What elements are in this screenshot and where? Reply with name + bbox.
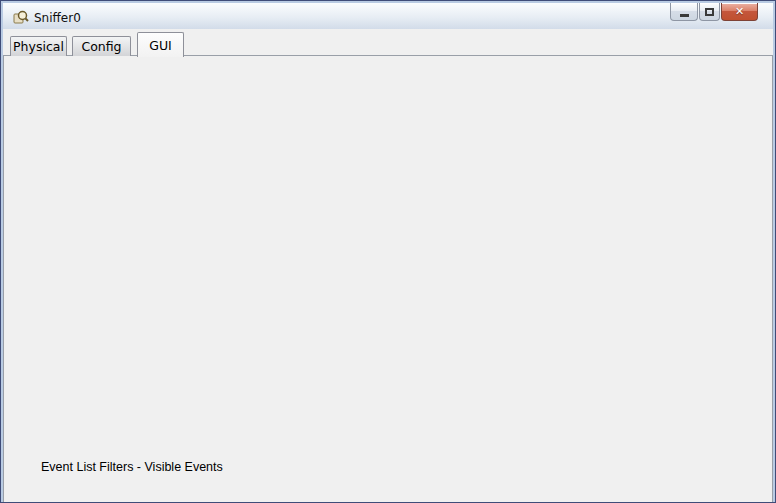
title-bar[interactable]: Sniffer0 xyxy=(3,3,773,29)
tab-gui[interactable]: GUI xyxy=(137,32,184,57)
minimize-icon xyxy=(680,14,689,17)
tab-physical-label: Physical xyxy=(13,39,64,54)
sniffer-window: Sniffer0 ✕ Physical Config GUI Service O… xyxy=(0,0,776,503)
window-title: Sniffer0 xyxy=(34,11,81,25)
close-icon: ✕ xyxy=(735,5,744,18)
tab-config[interactable]: Config xyxy=(72,36,131,56)
tab-physical[interactable]: Physical xyxy=(10,36,67,56)
tab-gui-label: GUI xyxy=(149,38,172,53)
maximize-button[interactable] xyxy=(699,3,720,21)
maximize-icon xyxy=(705,8,714,16)
close-button[interactable]: ✕ xyxy=(721,3,758,21)
sniffer-app-icon xyxy=(13,9,29,25)
gui-tab-panel xyxy=(3,55,773,503)
minimize-button[interactable] xyxy=(670,3,698,21)
tab-config-label: Config xyxy=(81,39,121,54)
event-filters-legend: Event List Filters - Visible Events xyxy=(37,460,227,474)
